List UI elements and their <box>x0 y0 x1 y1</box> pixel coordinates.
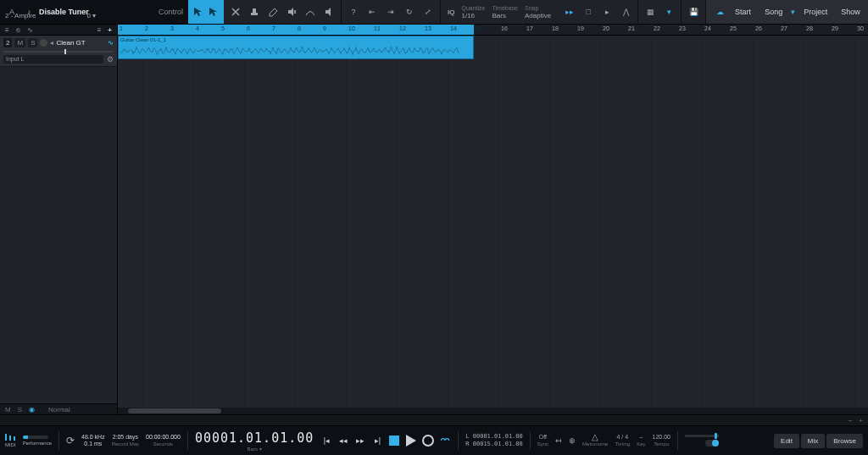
paint-tool[interactable] <box>248 5 261 19</box>
control-label: Control <box>159 8 183 16</box>
main-time-display[interactable]: 00001.01.01.00 Bars ▾ <box>195 430 314 452</box>
tracks-pane: ≡ ⎋ ∿ ≡ + 2 M S ◂ Clean GT ∿ <box>0 25 118 414</box>
automation-icon[interactable]: ⋀ <box>619 5 632 19</box>
tracks-footer: M S ◉ Normal <box>0 403 117 414</box>
track-settings-icon[interactable]: ⚙ <box>107 55 114 64</box>
sample-rate: 48.0 kHz 0.1 ms <box>81 434 105 447</box>
show-button[interactable]: Show <box>836 6 865 18</box>
timeline-ruler[interactable]: 123456789101112131415 161718192021222324… <box>118 25 868 36</box>
start-button[interactable]: Start <box>730 6 756 18</box>
svg-rect-1 <box>253 8 256 13</box>
forward-end-icon[interactable]: ▸| <box>371 435 383 447</box>
record-arm-button[interactable] <box>40 39 47 47</box>
foot-mute[interactable]: M <box>5 406 11 413</box>
record-max: 2:05 days Record Max <box>112 434 139 447</box>
global-switch[interactable] <box>705 440 719 447</box>
monitor-icon[interactable]: ◂ <box>50 39 53 47</box>
loop-button[interactable] <box>439 435 451 447</box>
top-bar: A ♪ Disable Tuner Control 2 - Ampire 0 ▾ <box>0 0 868 25</box>
key[interactable]: – Key <box>637 434 645 447</box>
ripple-fwd-icon[interactable]: ▸ <box>600 5 614 19</box>
ripple-icon[interactable]: □ <box>581 5 595 19</box>
tool-zone: ? ⇤ ⇥ ↻ ⤢ IQ Quantize 1/16 Timebase Bars… <box>188 0 706 24</box>
solo-button[interactable]: S <box>28 38 37 47</box>
clip-name: Guitar Clean 01-1_1 <box>119 36 473 43</box>
iq-button[interactable]: IQ <box>448 8 454 16</box>
clip-waveform <box>120 45 459 57</box>
mix-view-button[interactable]: Mix <box>801 434 825 448</box>
bend-tool[interactable] <box>303 5 317 19</box>
tempo[interactable]: 120.00 Tempo <box>653 434 670 447</box>
browse-view-button[interactable]: Browse <box>826 434 863 448</box>
skip-fwd-icon[interactable]: ⇥ <box>384 5 398 19</box>
svg-rect-0 <box>251 13 258 15</box>
perf-label-col: Performance <box>23 436 52 447</box>
time-signature[interactable]: 4 / 4 Timing <box>615 434 630 447</box>
sync[interactable]: Off Sync <box>537 434 548 447</box>
track-header[interactable]: 2 M S ◂ Clean GT ∿ Input L ⚙ <box>0 36 117 67</box>
preroll-icon[interactable]: ↤ <box>555 436 562 445</box>
skip-back-icon[interactable]: ⇤ <box>365 5 379 19</box>
timebase-dropdown[interactable]: Timebase Bars <box>492 4 517 19</box>
automation-lane-icon[interactable]: ∿ <box>27 26 33 34</box>
locators[interactable]: L 00001.01.01.00 R 00015.01.01.00 <box>465 433 522 448</box>
tracks-control-bar: ≡ ⎋ ∿ ≡ + <box>0 25 117 36</box>
channel-label[interactable]: 2 - Ampire <box>5 12 36 19</box>
master-fader[interactable] <box>685 435 719 437</box>
add-track-button[interactable]: + <box>108 26 112 34</box>
listen-tool[interactable] <box>322 5 336 19</box>
foot-rec-icon[interactable]: ◉ <box>29 406 35 413</box>
precount-icon[interactable]: ⊕ <box>569 436 576 445</box>
fit-icon[interactable]: ⤢ <box>421 5 435 19</box>
record-button[interactable] <box>422 435 434 447</box>
quantize-dropdown[interactable]: Quantize 1/16 <box>461 4 485 19</box>
timeline[interactable]: Guitar Clean 01-1_1 <box>118 36 868 414</box>
foot-solo[interactable]: S <box>18 406 22 413</box>
loop-icon[interactable]: ↻ <box>403 5 416 19</box>
play-button[interactable] <box>405 435 417 447</box>
group-icon[interactable]: ▦ <box>643 5 657 19</box>
song-dropdown-icon[interactable]: ▾ <box>791 8 795 16</box>
mute-tool[interactable] <box>285 5 298 19</box>
collapse-icon[interactable]: ≡ <box>97 26 102 34</box>
track-input-dropdown[interactable]: Input L <box>3 55 103 64</box>
waveform-icon: ∿ <box>108 39 114 47</box>
edit-view-button[interactable]: Edit <box>774 434 799 448</box>
performance-meter: MIDI <box>5 434 16 448</box>
grid-dropdown-icon[interactable]: ▾ <box>662 5 676 19</box>
rewind-icon[interactable]: ◂◂ <box>337 435 349 447</box>
split-tool[interactable] <box>229 5 242 19</box>
track-name[interactable]: Clean GT <box>56 39 105 47</box>
refresh-icon[interactable]: ⟳ <box>66 435 75 447</box>
transport-bar: MIDI Performance ⟳ 48.0 kHz 0.1 ms 2:05 … <box>0 425 868 455</box>
top-right-nav: ☁ Start Song ▾ Project Show <box>706 0 868 24</box>
erase-tool[interactable] <box>266 5 280 19</box>
track-number: 2 <box>3 38 12 47</box>
forward-icon[interactable]: ▸▸ <box>354 435 366 447</box>
zoom-in-icon[interactable]: + <box>859 417 863 424</box>
zoom-out-icon[interactable]: − <box>849 417 853 424</box>
foot-mode[interactable]: Normal <box>48 406 70 413</box>
help-icon[interactable]: ? <box>347 5 360 19</box>
project-button[interactable]: Project <box>798 6 832 18</box>
transport-controls: |◂ ◂◂ ▸▸ ▸| <box>320 435 451 447</box>
audio-clip[interactable]: Guitar Clean 01-1_1 <box>118 36 474 59</box>
list-icon[interactable]: ≡ <box>5 26 9 34</box>
track-fader[interactable] <box>3 51 114 53</box>
cloud-icon[interactable]: ☁ <box>713 5 726 19</box>
save-icon[interactable]: 💾 <box>687 5 700 19</box>
autoscroll-icon[interactable]: ▸▸ <box>563 5 576 19</box>
draw-icon[interactable]: ⎋ <box>16 26 20 34</box>
song-button[interactable]: Song <box>760 6 787 18</box>
metronome[interactable]: △ Metronome <box>582 434 608 447</box>
snap-dropdown[interactable]: Snap Adaptive <box>525 4 551 19</box>
status-row: − + <box>0 414 868 425</box>
arrangement-view: 123456789101112131415 161718192021222324… <box>118 25 868 414</box>
arrow-tool-group[interactable] <box>188 0 224 24</box>
horizontal-scrollbar[interactable] <box>118 408 868 414</box>
seconds-counter: 00:00:00.000 Seconds <box>146 434 181 447</box>
stop-button[interactable] <box>388 435 400 447</box>
channel-value[interactable]: 0 ▾ <box>86 12 96 19</box>
mute-button[interactable]: M <box>14 38 25 47</box>
rewind-start-icon[interactable]: |◂ <box>320 435 332 447</box>
